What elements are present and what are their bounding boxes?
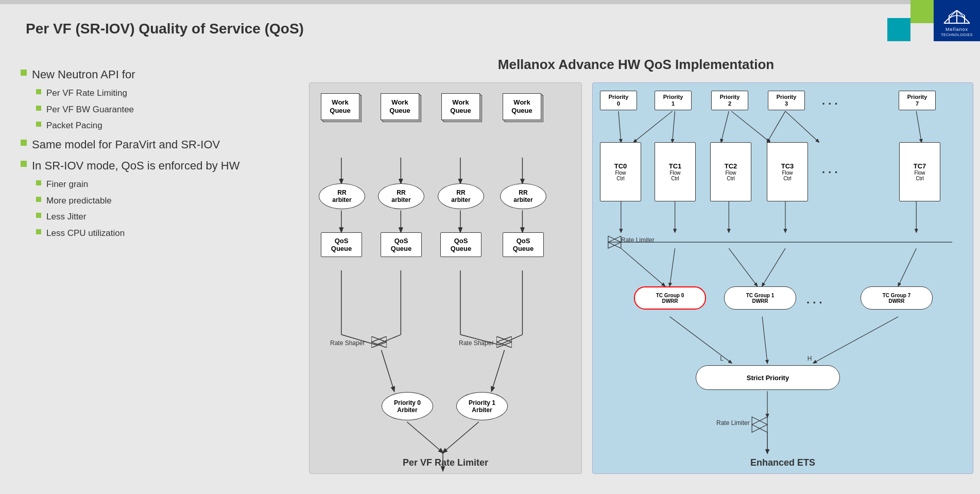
- strict-priority-label: Strict Priority: [747, 374, 789, 382]
- bullet-rate-limiting-text: Per VF Rate Limiting: [46, 87, 127, 99]
- left-diagram-label: Per VF Rate Limiter: [310, 457, 581, 468]
- bullet-same-model: Same model for ParaVirt and SR-IOV: [21, 137, 268, 153]
- tc0-flow-ctrl: FlowCtrl: [615, 170, 626, 181]
- tc-dots: . . .: [822, 163, 838, 176]
- priority-dots: . . .: [822, 94, 838, 108]
- left-diagram-svg: [310, 83, 581, 473]
- bullet-jitter: Less Jitter: [36, 211, 268, 223]
- left-diagram: WorkQueue WorkQueue WorkQueue WorkQueue …: [309, 82, 582, 474]
- bullet-predictable-text: More predictable: [46, 195, 112, 207]
- qos-queue-3: QoSQueue: [440, 232, 482, 257]
- svg-line-37: [731, 111, 770, 142]
- svg-marker-30: [371, 336, 387, 348]
- priority-box-0: Priority0: [600, 91, 637, 110]
- bullet-square-sub8: [36, 213, 41, 218]
- svg-marker-61: [752, 417, 767, 432]
- priority-box-7: Priority7: [899, 91, 936, 110]
- tc-group-7-type: DWRR: [888, 298, 904, 304]
- tc-box-3: TC3 FlowCtrl: [767, 142, 808, 201]
- tc-group-1-name: TC Group 1: [746, 293, 774, 298]
- tc-box-1: TC1 FlowCtrl: [655, 142, 696, 201]
- diagram-title: Mellanox Advance HW QoS Implementation: [319, 57, 953, 73]
- bullet-square-sub2: [36, 106, 41, 111]
- bullet-bw-guarantee: Per VF BW Guarantee: [36, 104, 268, 116]
- bullet-bw-guarantee-text: Per VF BW Guarantee: [46, 104, 134, 116]
- svg-text:H: H: [807, 355, 812, 362]
- rate-shaper-right-label: Rate Shaper: [459, 339, 493, 347]
- logo-bridge-icon: [941, 5, 972, 26]
- svg-line-40: [916, 111, 921, 142]
- tc-group-0: TC Group 0 DWRR: [634, 286, 706, 310]
- rate-shaper-left-label: Rate Shaper: [330, 339, 365, 347]
- header-bar: [0, 0, 980, 4]
- tc0-label: TC0: [614, 162, 627, 170]
- bullet-square-sub6: [36, 180, 41, 185]
- tc2-flow-ctrl: FlowCtrl: [725, 170, 736, 181]
- svg-line-27: [443, 422, 479, 453]
- logo-teal-square: [887, 18, 910, 41]
- tc-group-0-type: DWRR: [662, 298, 678, 304]
- tc7-label: TC7: [914, 162, 926, 170]
- bullet-cpu-text: Less CPU utilization: [46, 227, 125, 240]
- tc-group-0-name: TC Group 0: [656, 293, 684, 298]
- svg-marker-48: [608, 236, 621, 248]
- rr-arbiter-4: RRarbiter: [500, 183, 546, 209]
- tc-group-dots: . . .: [806, 293, 822, 306]
- bullet-square-sub7: [36, 197, 41, 202]
- rate-limiter-label: Rate Limiter: [621, 236, 655, 244]
- svg-line-35: [673, 111, 675, 142]
- bullet-sriov-mode: In SR-IOV mode, QoS is enforced by HW: [21, 158, 268, 174]
- rate-limiter-2-label: Rate Limiter: [716, 419, 750, 427]
- tc1-label: TC1: [669, 162, 682, 170]
- tc2-label: TC2: [725, 162, 737, 170]
- bullet-square: [21, 70, 27, 76]
- bullet-packet-pacing-text: Packet Pacing: [46, 120, 102, 132]
- logo-area: Mellanox TECHNOLOGIES: [887, 0, 980, 41]
- qos-queue-1: QoSQueue: [321, 232, 362, 257]
- logo-blue-box: Mellanox TECHNOLOGIES: [934, 0, 980, 41]
- bullet-jitter-text: Less Jitter: [46, 211, 86, 223]
- priority-box-3: Priority3: [768, 91, 805, 110]
- svg-line-24: [381, 350, 394, 391]
- tc-box-0: TC0 FlowCtrl: [600, 142, 641, 201]
- bullet-square-sub3: [36, 122, 41, 127]
- bullet-predictable: More predictable: [36, 195, 268, 207]
- rr-arbiter-1: RRarbiter: [319, 183, 365, 209]
- svg-line-52: [762, 248, 785, 286]
- svg-line-39: [785, 111, 819, 142]
- svg-marker-29: [371, 336, 387, 348]
- svg-text:L: L: [720, 355, 724, 362]
- tc-box-7: TC7 FlowCtrl: [899, 142, 940, 201]
- tc3-flow-ctrl: FlowCtrl: [782, 170, 793, 181]
- bullet-neutron-text: New Neutron API for: [32, 67, 135, 83]
- logo-subtitle: TECHNOLOGIES: [941, 33, 973, 37]
- tc-group-7-name: TC Group 7: [883, 293, 910, 298]
- svg-line-54: [670, 317, 732, 363]
- svg-line-26: [407, 422, 443, 453]
- svg-marker-47: [608, 236, 621, 248]
- right-diagram-label: Enhanced ETS: [593, 457, 973, 468]
- svg-line-56: [814, 317, 899, 363]
- tc-group-1: TC Group 1 DWRR: [724, 286, 796, 310]
- svg-marker-60: [752, 417, 767, 432]
- priority-1-arbiter: Priority 1Arbiter: [456, 392, 508, 420]
- bullet-square5: [21, 161, 27, 167]
- priority-0-arbiter: Priority 0Arbiter: [382, 392, 433, 420]
- priority-box-2: Priority2: [711, 91, 748, 110]
- bullet-finer-grain-text: Finer grain: [46, 178, 88, 191]
- logo-green-square: [910, 0, 934, 23]
- svg-marker-31: [496, 336, 512, 348]
- tc1-flow-ctrl: FlowCtrl: [669, 170, 680, 181]
- svg-line-38: [767, 111, 785, 142]
- bullet-square-sub: [36, 89, 41, 94]
- svg-line-51: [729, 248, 757, 286]
- tc-group-1-type: DWRR: [752, 298, 768, 304]
- bullet-same-model-text: Same model for ParaVirt and SR-IOV: [32, 137, 220, 153]
- bullet-rate-limiting: Per VF Rate Limiting: [36, 87, 268, 99]
- svg-line-53: [898, 248, 916, 286]
- right-diagram: L H Priority0 Priority1 Priority2 Priori…: [592, 82, 973, 474]
- bullet-list: New Neutron API for Per VF Rate Limiting…: [21, 67, 268, 244]
- bowtie-left: [371, 336, 387, 348]
- page-title: Per VF (SR-IOV) Quality of Service (QoS): [26, 21, 304, 37]
- svg-line-36: [721, 111, 729, 142]
